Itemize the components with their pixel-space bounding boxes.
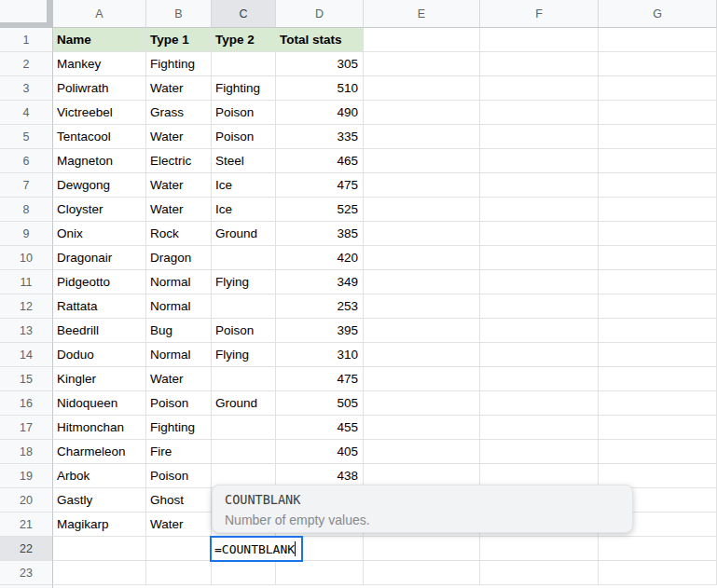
cell-F8[interactable] <box>480 198 599 222</box>
cell-G11[interactable] <box>599 270 717 294</box>
row-header-7[interactable]: 7 <box>0 173 53 198</box>
cell-E7[interactable] <box>364 173 480 198</box>
row-header-4[interactable]: 4 <box>0 101 53 125</box>
row-header-8[interactable]: 8 <box>0 198 53 222</box>
cell-D18[interactable]: 405 <box>276 440 364 464</box>
row-header-3[interactable]: 3 <box>0 76 53 101</box>
cell-D12[interactable]: 253 <box>276 294 364 319</box>
column-header-d[interactable]: D <box>276 0 364 28</box>
cell-F15[interactable] <box>480 367 599 391</box>
cell-B8[interactable]: Water <box>146 198 212 222</box>
cell-F9[interactable] <box>480 222 599 246</box>
cell-D6[interactable]: 465 <box>276 149 364 173</box>
cell-D13[interactable]: 395 <box>276 319 364 343</box>
cell-C7[interactable]: Ice <box>212 173 276 198</box>
cell-E18[interactable] <box>364 440 480 464</box>
cell-G18[interactable] <box>599 440 717 464</box>
cell-B5[interactable]: Water <box>146 125 212 149</box>
cell-A23[interactable] <box>53 561 146 585</box>
cell-B1[interactable]: Type 1 <box>146 28 212 52</box>
cell-A2[interactable]: Mankey <box>53 52 146 76</box>
cell-C2[interactable] <box>212 52 276 76</box>
cell-C15[interactable] <box>212 367 276 391</box>
row-header-6[interactable]: 6 <box>0 149 53 173</box>
cell-G5[interactable] <box>599 125 717 149</box>
column-header-c[interactable]: C <box>212 0 276 28</box>
cell-B15[interactable]: Water <box>146 367 212 391</box>
row-header-10[interactable]: 10 <box>0 246 53 270</box>
cell-B7[interactable]: Water <box>146 173 212 198</box>
row-header-13[interactable]: 13 <box>0 319 53 343</box>
cell-B13[interactable]: Bug <box>146 319 212 343</box>
cell-C16[interactable]: Ground <box>212 391 276 416</box>
column-header-g[interactable]: G <box>599 0 717 28</box>
select-all-corner[interactable] <box>0 0 53 28</box>
cell-G12[interactable] <box>599 294 717 319</box>
cell-G14[interactable] <box>599 343 717 367</box>
cell-E1[interactable] <box>364 28 480 52</box>
cell-B22[interactable] <box>146 537 212 561</box>
cell-E9[interactable] <box>364 222 480 246</box>
cell-B16[interactable]: Poison <box>146 391 212 416</box>
cell-A7[interactable]: Dewgong <box>53 173 146 198</box>
cell-F11[interactable] <box>480 270 599 294</box>
cell-B3[interactable]: Water <box>146 76 212 101</box>
row-header-16[interactable]: 16 <box>0 391 53 416</box>
cell-C8[interactable]: Ice <box>212 198 276 222</box>
cell-C6[interactable]: Steel <box>212 149 276 173</box>
cell-B21[interactable]: Water <box>146 513 212 537</box>
cell-C3[interactable]: Fighting <box>212 76 276 101</box>
cell-G3[interactable] <box>599 76 717 101</box>
cell-F18[interactable] <box>480 440 599 464</box>
cell-E2[interactable] <box>364 52 480 76</box>
cell-A22[interactable] <box>53 537 146 561</box>
row-header-22[interactable]: 22 <box>0 537 53 561</box>
cell-G22[interactable] <box>599 537 717 561</box>
cell-F22[interactable] <box>480 537 599 561</box>
cell-B6[interactable]: Electric <box>146 149 212 173</box>
cell-A11[interactable]: Pidgeotto <box>53 270 146 294</box>
row-header-2[interactable]: 2 <box>0 52 53 76</box>
cell-C9[interactable]: Ground <box>212 222 276 246</box>
cell-D11[interactable]: 349 <box>276 270 364 294</box>
cell-G7[interactable] <box>599 173 717 198</box>
column-header-e[interactable]: E <box>364 0 480 28</box>
column-header-f[interactable]: F <box>480 0 599 28</box>
cell-G15[interactable] <box>599 367 717 391</box>
cell-G16[interactable] <box>599 391 717 416</box>
row-header-17[interactable]: 17 <box>0 416 53 440</box>
row-header-5[interactable]: 5 <box>0 125 53 149</box>
cell-A21[interactable]: Magikarp <box>53 513 146 537</box>
cell-A12[interactable]: Rattata <box>53 294 146 319</box>
cell-F4[interactable] <box>480 101 599 125</box>
cell-F3[interactable] <box>480 76 599 101</box>
cell-D16[interactable]: 505 <box>276 391 364 416</box>
cell-B14[interactable]: Normal <box>146 343 212 367</box>
cell-E23[interactable] <box>364 561 480 585</box>
cell-E6[interactable] <box>364 149 480 173</box>
cell-A14[interactable]: Doduo <box>53 343 146 367</box>
cell-G8[interactable] <box>599 198 717 222</box>
row-header-21[interactable]: 21 <box>0 513 53 537</box>
cell-D15[interactable]: 475 <box>276 367 364 391</box>
cell-G10[interactable] <box>599 246 717 270</box>
cell-D17[interactable]: 455 <box>276 416 364 440</box>
cell-B11[interactable]: Normal <box>146 270 212 294</box>
row-header-11[interactable]: 11 <box>0 270 53 294</box>
cell-E12[interactable] <box>364 294 480 319</box>
cell-F12[interactable] <box>480 294 599 319</box>
cell-E5[interactable] <box>364 125 480 149</box>
cell-A19[interactable]: Arbok <box>53 464 146 488</box>
cell-D14[interactable]: 310 <box>276 343 364 367</box>
row-header-19[interactable]: 19 <box>0 464 53 488</box>
row-header-20[interactable]: 20 <box>0 488 53 513</box>
cell-F17[interactable] <box>480 416 599 440</box>
cell-G23[interactable] <box>599 561 717 585</box>
cell-A18[interactable]: Charmeleon <box>53 440 146 464</box>
cell-C12[interactable] <box>212 294 276 319</box>
row-header-14[interactable]: 14 <box>0 343 53 367</box>
row-header-1[interactable]: 1 <box>0 28 53 52</box>
column-header-a[interactable]: A <box>53 0 146 28</box>
cell-B19[interactable]: Poison <box>146 464 212 488</box>
cell-F13[interactable] <box>480 319 599 343</box>
